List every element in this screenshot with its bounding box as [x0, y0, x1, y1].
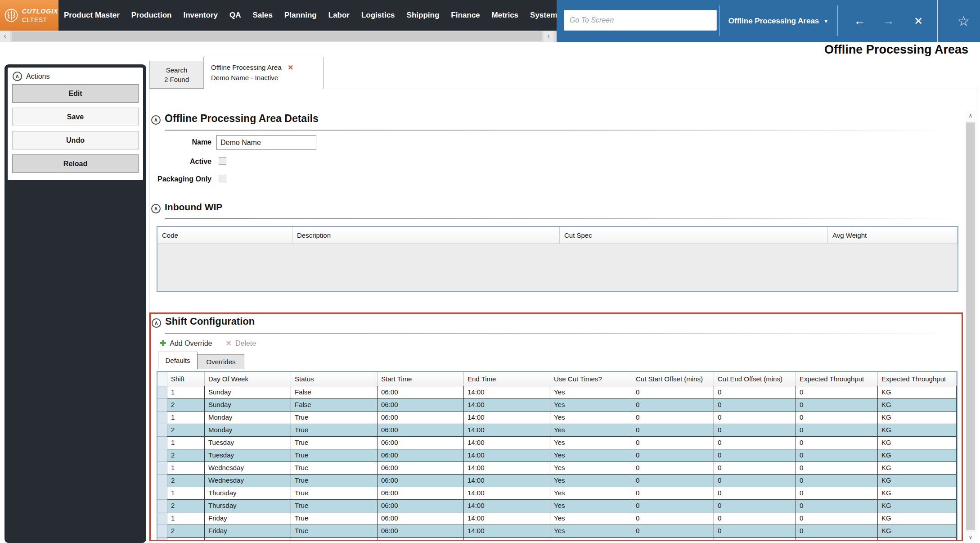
cell[interactable]: 0 — [796, 386, 878, 399]
cell[interactable]: KG — [878, 399, 957, 412]
cell[interactable]: 0 — [714, 512, 796, 525]
cell[interactable]: 06:00 — [378, 462, 464, 475]
cell[interactable]: 0 — [714, 487, 796, 500]
cell[interactable]: KG — [878, 437, 957, 449]
cell[interactable]: 0 — [796, 525, 878, 538]
cell[interactable]: Tuesday — [205, 437, 291, 449]
cell[interactable]: Monday — [205, 424, 291, 437]
nav-item-sales[interactable]: Sales — [253, 11, 273, 20]
cell[interactable]: 1 — [167, 412, 205, 424]
cell[interactable]: 06:00 — [378, 525, 464, 538]
cell[interactable]: 0 — [796, 412, 878, 424]
cell[interactable]: 06:00 — [378, 500, 464, 512]
cell[interactable]: Friday — [205, 525, 291, 538]
cell[interactable]: 06:00 — [378, 475, 464, 487]
cell[interactable]: 0 — [632, 424, 714, 437]
cell[interactable]: Yes — [550, 500, 632, 512]
cell[interactable]: 0 — [632, 500, 714, 512]
cell[interactable]: 0 — [796, 399, 878, 412]
cell[interactable]: KG — [878, 487, 957, 500]
wip-column-header[interactable]: Code — [157, 227, 292, 244]
cell[interactable]: 0 — [796, 500, 878, 512]
cell[interactable]: 0 — [714, 437, 796, 449]
collapse-icon[interactable]: ∧ — [151, 115, 161, 125]
cell[interactable]: 0 — [632, 487, 714, 500]
close-screen-button[interactable]: ✕ — [907, 0, 930, 42]
cell[interactable]: KG — [878, 449, 957, 462]
scroll-right-icon[interactable]: › — [544, 31, 553, 42]
cell[interactable]: 0 — [796, 462, 878, 475]
cell[interactable]: 06:00 — [378, 437, 464, 449]
cell[interactable]: 14:00 — [464, 399, 550, 412]
cell[interactable]: True — [291, 449, 378, 462]
nav-item-labor[interactable]: Labor — [328, 11, 350, 20]
cell[interactable]: Yes — [550, 437, 632, 449]
cell[interactable]: Wednesday — [205, 462, 291, 475]
cell[interactable]: Yes — [550, 386, 632, 399]
cell[interactable]: False — [291, 399, 378, 412]
cell[interactable]: 0 — [632, 399, 714, 412]
tab-defaults[interactable]: Defaults — [158, 352, 198, 369]
cell[interactable]: Yes — [550, 462, 632, 475]
cell[interactable]: 0 — [796, 512, 878, 525]
scroll-down-icon[interactable]: ∨ — [966, 532, 976, 543]
cell[interactable]: 14:00 — [464, 462, 550, 475]
cell[interactable]: 0 — [796, 487, 878, 500]
cell[interactable]: 14:00 — [464, 512, 550, 525]
cell[interactable]: 0 — [714, 399, 796, 412]
cell[interactable]: 0 — [632, 512, 714, 525]
cell[interactable]: 06:00 — [378, 449, 464, 462]
cell[interactable]: Yes — [550, 399, 632, 412]
cell[interactable]: 06:00 — [378, 399, 464, 412]
cell[interactable]: KG — [878, 512, 957, 525]
cell[interactable]: False — [291, 386, 378, 399]
cell[interactable]: 0 — [714, 462, 796, 475]
cell[interactable]: 0 — [796, 475, 878, 487]
cell[interactable]: 0 — [796, 424, 878, 437]
column-header[interactable]: End Time — [464, 372, 550, 386]
cell[interactable]: Sunday — [205, 399, 291, 412]
cell[interactable]: 0 — [632, 386, 714, 399]
cell[interactable]: Yes — [550, 512, 632, 525]
cell[interactable]: True — [291, 424, 378, 437]
cell[interactable]: 0 — [632, 462, 714, 475]
cell[interactable]: 06:00 — [378, 424, 464, 437]
edit-button[interactable]: Edit — [12, 84, 139, 103]
cell[interactable]: 14:00 — [464, 487, 550, 500]
cell[interactable]: True — [291, 462, 378, 475]
cell[interactable]: 14:00 — [464, 437, 550, 449]
cell[interactable]: 1 — [167, 512, 205, 525]
cell[interactable]: Monday — [205, 412, 291, 424]
column-header[interactable]: Expected Throughput — [796, 372, 878, 386]
cell[interactable]: 14:00 — [464, 449, 550, 462]
packaging-only-checkbox[interactable] — [219, 175, 226, 182]
cell[interactable]: Friday — [205, 512, 291, 525]
cell[interactable]: KG — [878, 475, 957, 487]
cell[interactable]: Sunday — [205, 386, 291, 399]
column-header[interactable]: Expected Throughput — [878, 372, 957, 386]
column-header[interactable]: Day Of Week — [205, 372, 291, 386]
column-header[interactable]: Cut End Offset (mins) — [714, 372, 796, 386]
cell[interactable]: Wednesday — [205, 475, 291, 487]
horizontal-scrollbar-thumb[interactable] — [12, 32, 542, 41]
collapse-icon[interactable]: ∧ — [151, 204, 161, 213]
cell[interactable]: Thursday — [205, 487, 291, 500]
nav-item-metrics[interactable]: Metrics — [492, 11, 519, 20]
cell[interactable]: Tuesday — [205, 449, 291, 462]
cell[interactable]: 1 — [167, 462, 205, 475]
tab-offline-processing-area[interactable]: Offline Processing Area✕ Demo Name - Ina… — [203, 57, 324, 89]
cell[interactable]: Yes — [550, 487, 632, 500]
cell[interactable]: 2 — [167, 449, 205, 462]
cell[interactable]: 06:00 — [378, 512, 464, 525]
nav-item-finance[interactable]: Finance — [451, 11, 480, 20]
cell[interactable]: 2 — [167, 424, 205, 437]
cell[interactable]: 2 — [167, 525, 205, 538]
tab-overrides[interactable]: Overrides — [198, 354, 244, 369]
cell[interactable]: 06:00 — [378, 386, 464, 399]
cell[interactable]: KG — [878, 462, 957, 475]
cell[interactable]: True — [291, 437, 378, 449]
cell[interactable]: 06:00 — [378, 487, 464, 500]
cell[interactable]: True — [291, 487, 378, 500]
cell[interactable]: True — [291, 412, 378, 424]
column-header[interactable]: Use Cut Times? — [550, 372, 632, 386]
